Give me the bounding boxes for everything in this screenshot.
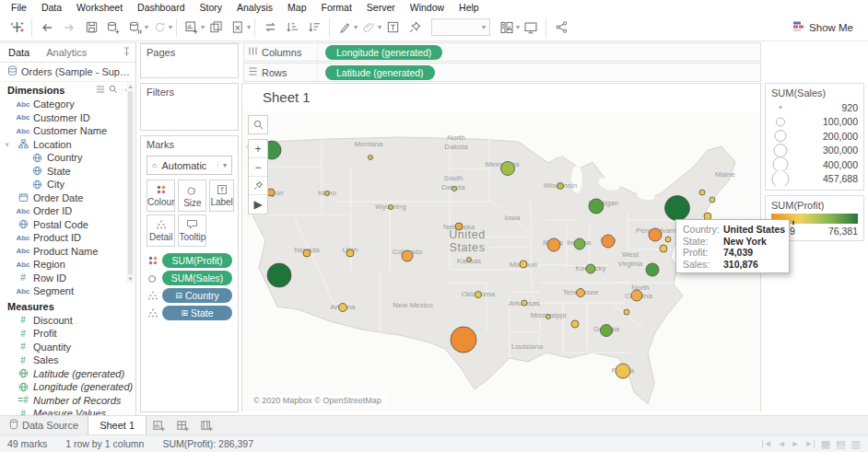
chart-view-icon[interactable]: ▥ (851, 438, 861, 450)
pill-latitude-generated[interactable]: Latitude (generated) (325, 65, 435, 80)
duplicate-sheet-button[interactable] (205, 17, 227, 39)
pill-country[interactable]: ⊟Country (162, 288, 232, 303)
detail-button[interactable]: Detail (147, 214, 175, 247)
map-mark-mississippi[interactable] (546, 315, 551, 319)
map-mark-california[interactable] (267, 263, 291, 287)
map-mark-kansas[interactable] (467, 258, 472, 262)
fix-axes-button[interactable] (404, 17, 426, 39)
colour-button[interactable]: Colour (147, 180, 175, 212)
pages-shelf[interactable]: Pages (140, 43, 239, 78)
map-mark-oklahoma[interactable] (475, 292, 482, 298)
find-field-icon[interactable] (109, 85, 118, 96)
map-mark-missouri[interactable] (520, 261, 527, 268)
sort-ascending-button[interactable] (281, 17, 303, 39)
map-mark-south-dakota[interactable] (452, 187, 457, 191)
field-order-id[interactable]: AbcOrder ID (0, 204, 135, 218)
tab-data-source[interactable]: Data Source (0, 416, 88, 435)
field-row-id[interactable]: #Row ID (0, 272, 135, 285)
map-mark-pennsylvania[interactable] (649, 228, 662, 241)
map-mark-idaho[interactable] (325, 191, 330, 196)
pill-state[interactable]: ⊞State (162, 306, 232, 320)
menu-analysis[interactable]: Analysis (229, 2, 280, 13)
field-product-id[interactable]: AbcProduct ID (0, 231, 135, 245)
fit-dropdown[interactable]: ▾ (431, 18, 490, 36)
field-location[interactable]: ∨Location (0, 138, 135, 152)
filters-shelf[interactable]: Filters (140, 83, 239, 131)
field-city[interactable]: City (0, 178, 135, 191)
field-order-date[interactable]: Order Date (0, 191, 135, 205)
field-profit[interactable]: #Profit (0, 327, 135, 341)
map-mark-nevada[interactable] (303, 249, 311, 257)
run-update-caret[interactable]: ▾ (169, 23, 172, 31)
size-button[interactable]: Size (178, 180, 206, 212)
columns-shelf[interactable]: Columns Longitude (generated) (243, 42, 761, 62)
presentation-mode-button[interactable] (520, 17, 542, 39)
previous-record-icon[interactable]: ◄ (778, 439, 786, 448)
map-mark-arkansas[interactable] (522, 300, 527, 306)
sales-size-legend[interactable]: SUM(Sales) 920100,000200,000300,000400,0… (765, 83, 864, 191)
tab-data[interactable]: Data (0, 44, 38, 61)
map-mark-new-jersey[interactable] (665, 237, 671, 242)
map-mark-wyoming[interactable] (389, 205, 393, 210)
map-mark-maryland[interactable] (660, 245, 667, 252)
menu-map[interactable]: Map (280, 2, 313, 13)
new-dashboard-tab-button[interactable] (170, 416, 194, 435)
mark-type-dropdown[interactable]: ○ Automatic ▾ (147, 156, 232, 175)
field-latitude-generated[interactable]: Latitude (generated) (0, 367, 135, 381)
menu-data[interactable]: Data (34, 2, 69, 13)
map-mark-illinois[interactable] (547, 238, 560, 251)
map-mark-south-carolina[interactable] (624, 309, 629, 315)
map-mark-north-carolina[interactable] (631, 290, 642, 301)
zoom-in-button[interactable]: + (249, 140, 267, 158)
map-mark-arizona[interactable] (339, 304, 347, 312)
field-customer-id[interactable]: AbcCustomer ID (0, 111, 135, 125)
redo-button[interactable] (58, 17, 80, 39)
show-hide-cards-button[interactable] (496, 17, 518, 39)
map-mark-utah[interactable] (346, 249, 354, 257)
pause-auto-updates-button[interactable] (124, 17, 147, 39)
menu-format[interactable]: Format (314, 2, 359, 13)
map-mark-georgia[interactable] (601, 325, 613, 337)
field-state[interactable]: State (0, 165, 135, 179)
dimensions-scrollbar[interactable]: ▲▼ (126, 83, 135, 283)
tooltip-button[interactable]: Tooltip (178, 214, 206, 247)
map-mark-texas[interactable] (451, 327, 476, 353)
film-view-icon[interactable]: ▤ (836, 438, 845, 450)
label-button[interactable]: Label (209, 180, 233, 212)
menu-help[interactable]: Help (452, 2, 487, 13)
map-mark-nebraska[interactable] (455, 223, 463, 230)
grid-view-icon[interactable]: ▦ (821, 438, 830, 450)
pin-icon[interactable] (123, 47, 135, 59)
map-mark-wisconsin[interactable] (557, 183, 564, 190)
save-button[interactable] (80, 17, 102, 39)
first-record-icon[interactable]: |◄ (761, 439, 771, 448)
menu-dashboard[interactable]: Dashboard (130, 2, 192, 13)
map-mark-new-hampshire[interactable] (710, 197, 715, 203)
tab-sheet-1[interactable]: Sheet 1 (88, 416, 147, 435)
new-worksheet-tab-button[interactable] (147, 416, 170, 435)
zoom-out-button[interactable]: − (249, 158, 267, 177)
new-data-source-button[interactable] (102, 17, 124, 39)
clear-sheet-caret[interactable]: ▾ (247, 23, 251, 31)
data-source-item[interactable]: Orders (Sample - Supers... (0, 63, 135, 82)
zoom-home-button[interactable] (249, 177, 267, 195)
menu-worksheet[interactable]: Worksheet (69, 2, 130, 13)
map-mark-tennessee[interactable] (577, 289, 585, 297)
field-region[interactable]: AbcRegion (0, 258, 135, 272)
field-longitude-generated[interactable]: Longitude (generated) (0, 380, 135, 394)
map-mark-alabama[interactable] (571, 320, 579, 328)
menu-server[interactable]: Server (359, 2, 403, 13)
format-workbook-button[interactable] (358, 17, 380, 39)
share-button[interactable] (550, 17, 572, 39)
map-mark-indiana[interactable] (574, 238, 585, 249)
show-me-button[interactable]: Show Me (783, 17, 862, 37)
expander-icon[interactable]: ∨ (5, 141, 13, 148)
pan-button[interactable]: ▶ (249, 195, 267, 214)
pill-sum-sales[interactable]: SUM(Sales) (162, 271, 232, 285)
menu-story[interactable]: Story (192, 2, 229, 13)
menu-file[interactable]: File (4, 2, 34, 13)
map-mark-ohio[interactable] (602, 235, 615, 248)
field-segment[interactable]: AbcSegment (0, 284, 135, 298)
swap-rows-columns-button[interactable] (259, 17, 281, 39)
map-search-button[interactable] (248, 115, 268, 134)
